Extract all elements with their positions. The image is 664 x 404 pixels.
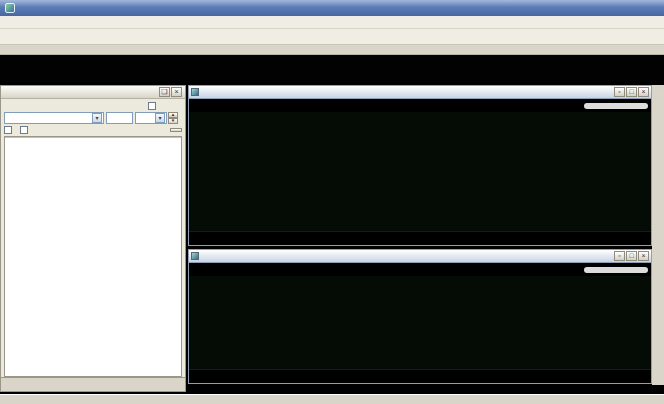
maximize-button[interactable]: □ xyxy=(626,87,637,97)
title-bar[interactable] xyxy=(0,0,664,16)
samples-button[interactable] xyxy=(170,128,182,132)
trigger-channel-table xyxy=(4,136,182,377)
preview-display-area[interactable] xyxy=(0,55,664,82)
trigger-panel-title-bar[interactable]: ❏ × xyxy=(1,86,185,99)
delay-value-dropdown[interactable]: ▾ xyxy=(135,112,167,124)
close-button[interactable]: × xyxy=(638,251,649,261)
auto-trig-checkbox[interactable] xyxy=(148,102,156,110)
channel-legend-bar xyxy=(189,263,651,276)
display-icon xyxy=(191,88,199,96)
settings-tab-bar xyxy=(0,378,186,392)
dock-button[interactable]: ▫ xyxy=(614,87,625,97)
waveform-plot-area[interactable] xyxy=(189,112,651,231)
display-tool-column xyxy=(652,85,664,385)
dropdown-arrow-icon[interactable]: ▾ xyxy=(92,113,102,123)
horizontal-scrollbar[interactable] xyxy=(584,267,648,273)
delay-spinner[interactable]: ▲▼ xyxy=(168,112,178,124)
mdi-area: ❏ × ▾ xyxy=(0,82,664,394)
display-title-bar[interactable]: ▫ □ × xyxy=(189,250,651,263)
main-toolbar xyxy=(0,29,664,45)
time-axis xyxy=(189,369,651,383)
waveform-plot-area[interactable] xyxy=(189,276,651,369)
status-bar xyxy=(0,394,664,404)
trigger-panel: ❏ × ▾ xyxy=(0,85,186,378)
float-panel-button[interactable]: ❏ xyxy=(159,87,170,97)
auto-trig-timeout-field[interactable] xyxy=(106,112,133,124)
display-icon xyxy=(191,252,199,260)
app-icon xyxy=(5,3,15,13)
analog-display-0-window: ▫ □ × xyxy=(188,85,652,246)
time-axis xyxy=(189,231,651,245)
display-title-bar[interactable]: ▫ □ × xyxy=(189,86,651,99)
and-mask-checkbox[interactable] xyxy=(20,126,28,134)
channel-legend-bar xyxy=(189,99,651,112)
or-mask-checkbox[interactable] xyxy=(4,126,12,134)
trigger-panel-body: ▾ ▾ ▲▼ xyxy=(1,99,185,377)
close-button[interactable]: × xyxy=(638,87,649,97)
dropdown-arrow-icon[interactable]: ▾ xyxy=(155,113,165,123)
spin-down-icon[interactable]: ▼ xyxy=(168,118,178,124)
preview-title-bar xyxy=(0,45,664,55)
close-panel-button[interactable]: × xyxy=(171,87,182,97)
horizontal-scrollbar[interactable] xyxy=(584,103,648,109)
trigger-source-dropdown[interactable]: ▾ xyxy=(4,112,104,124)
table-header-row xyxy=(5,137,181,138)
maximize-button[interactable]: □ xyxy=(626,251,637,261)
dock-button[interactable]: ▫ xyxy=(614,251,625,261)
menu-bar xyxy=(0,16,664,29)
analog-display-1-window: ▫ □ × xyxy=(188,249,652,384)
sbench-application-window: ❏ × ▾ xyxy=(0,0,664,404)
